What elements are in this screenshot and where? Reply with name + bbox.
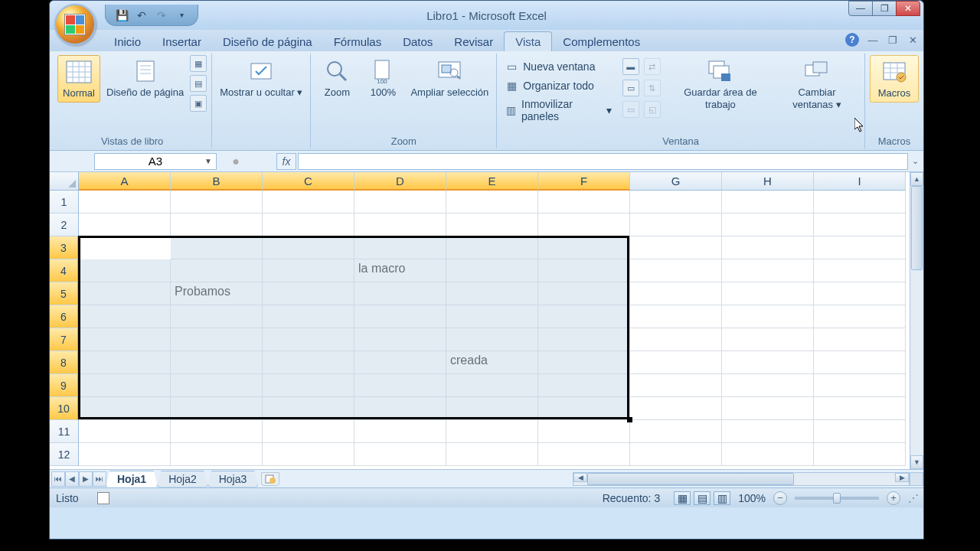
cell-B3[interactable] — [171, 236, 263, 259]
cell-C8[interactable] — [263, 351, 354, 374]
macros-button[interactable]: Macros — [870, 55, 919, 103]
cell-F3[interactable] — [538, 236, 630, 259]
tab-vista[interactable]: Vista — [504, 31, 552, 51]
normal-view-button[interactable]: Normal — [57, 55, 100, 103]
cell-C9[interactable] — [263, 374, 354, 397]
row-header-1[interactable]: 1 — [50, 191, 79, 214]
cell-B4[interactable] — [171, 259, 263, 282]
cell-E6[interactable] — [446, 305, 538, 328]
cell-G1[interactable] — [630, 191, 722, 214]
cell-E7[interactable] — [446, 328, 538, 351]
cell-D3[interactable] — [354, 236, 446, 259]
cell-A7[interactable] — [79, 328, 171, 351]
cell-C11[interactable] — [263, 420, 354, 443]
cell-I3[interactable] — [814, 236, 906, 259]
cell-H10[interactable] — [722, 397, 814, 420]
cell-E3[interactable] — [446, 236, 538, 259]
prev-sheet-icon[interactable]: ◀ — [65, 471, 79, 487]
column-header-E[interactable]: E — [446, 172, 538, 191]
cell-H4[interactable] — [722, 259, 814, 282]
cell-D5[interactable] — [354, 282, 446, 305]
record-macro-icon[interactable] — [97, 492, 109, 504]
cell-G5[interactable] — [630, 282, 722, 305]
minimize-ribbon-icon[interactable]: — — [867, 34, 879, 45]
fx-button[interactable]: fx — [276, 153, 296, 170]
row-header-10[interactable]: 10 — [50, 397, 79, 420]
row-header-7[interactable]: 7 — [50, 328, 79, 351]
cell-B6[interactable] — [171, 305, 263, 328]
zoom-slider-thumb[interactable] — [833, 493, 841, 504]
tab-revisar[interactable]: Revisar — [443, 32, 504, 51]
cell-I1[interactable] — [814, 191, 906, 214]
qat-dropdown-icon[interactable]: ▾ — [175, 8, 188, 22]
cell-F9[interactable] — [538, 374, 630, 397]
cell-D12[interactable] — [354, 443, 446, 466]
cell-F11[interactable] — [538, 420, 630, 443]
row-header-6[interactable]: 6 — [50, 305, 79, 328]
cell-D11[interactable] — [354, 420, 446, 443]
zoom-selection-button[interactable]: Ampliar selección — [407, 55, 492, 101]
minimize-button[interactable]: — — [848, 1, 873, 16]
column-header-C[interactable]: C — [263, 172, 354, 191]
cell-D9[interactable] — [354, 374, 446, 397]
cell-D2[interactable] — [354, 214, 446, 236]
cell-A9[interactable] — [79, 374, 171, 397]
page-break-preview-icon[interactable]: ▦ — [190, 55, 207, 72]
column-header-I[interactable]: I — [814, 172, 906, 191]
hscroll-thumb[interactable] — [587, 473, 794, 485]
office-button[interactable] — [54, 4, 96, 45]
cell-A1[interactable] — [79, 191, 171, 214]
cell-B12[interactable] — [171, 443, 263, 466]
cell-A5[interactable] — [79, 282, 171, 305]
cell-B9[interactable] — [171, 374, 263, 397]
column-header-F[interactable]: F — [538, 172, 630, 191]
cell-G6[interactable] — [630, 305, 722, 328]
cell-E4[interactable] — [446, 259, 538, 282]
cell-H2[interactable] — [722, 214, 814, 236]
cell-G7[interactable] — [630, 328, 722, 351]
cell-C2[interactable] — [263, 214, 354, 236]
cell-C5[interactable] — [263, 282, 354, 305]
cell-C6[interactable] — [263, 305, 354, 328]
cell-G3[interactable] — [630, 236, 722, 259]
zoom-slider[interactable] — [795, 497, 879, 500]
cell-F4[interactable] — [538, 259, 630, 282]
next-sheet-icon[interactable]: ▶ — [79, 471, 93, 487]
column-header-D[interactable]: D — [354, 172, 446, 191]
save-workspace-button[interactable]: Guardar área de trabajo — [670, 55, 771, 112]
cell-F5[interactable] — [538, 282, 630, 305]
cell-C4[interactable] — [263, 259, 354, 282]
cell-B11[interactable] — [171, 420, 263, 443]
cell-I2[interactable] — [814, 214, 906, 236]
page-layout-button[interactable]: Diseño de página — [103, 55, 187, 101]
cell-E12[interactable] — [446, 443, 538, 466]
cell-I6[interactable] — [814, 305, 906, 328]
page-layout-status-icon[interactable]: ▤ — [694, 491, 710, 505]
cells-area[interactable]: la macroProbamoscreada — [79, 191, 910, 469]
unhide-icon[interactable]: ▭ — [622, 101, 639, 118]
cell-E1[interactable] — [446, 191, 538, 214]
cell-H7[interactable] — [722, 328, 814, 351]
column-header-A[interactable]: A — [79, 172, 171, 191]
sync-scroll-icon[interactable]: ⇅ — [644, 80, 661, 96]
cell-G11[interactable] — [630, 420, 722, 443]
switch-windows-button[interactable]: Cambiar ventanas ▾ — [774, 55, 860, 112]
cell-D8[interactable] — [354, 351, 446, 374]
sheet-tab-hoja1[interactable]: Hoja1 — [106, 471, 158, 487]
cell-F6[interactable] — [538, 305, 630, 328]
cell-G9[interactable] — [630, 374, 722, 397]
arrange-all-button[interactable]: ▦Organizar todo — [501, 77, 615, 94]
cell-D4[interactable]: la macro — [354, 259, 446, 282]
cell-E9[interactable] — [446, 374, 538, 397]
cell-H12[interactable] — [722, 443, 814, 466]
scroll-down-icon[interactable]: ▼ — [910, 455, 923, 469]
row-header-12[interactable]: 12 — [50, 443, 79, 466]
hide-icon[interactable]: ▭ — [622, 80, 639, 96]
scroll-right-icon[interactable]: ▶ — [895, 473, 909, 482]
cell-A4[interactable] — [79, 259, 171, 282]
cell-G8[interactable] — [630, 351, 722, 374]
restore-workbook-icon[interactable]: ❐ — [887, 34, 899, 45]
cell-I11[interactable] — [814, 420, 906, 443]
cell-B1[interactable] — [171, 191, 263, 214]
redo-icon[interactable]: ↷ — [155, 8, 168, 22]
